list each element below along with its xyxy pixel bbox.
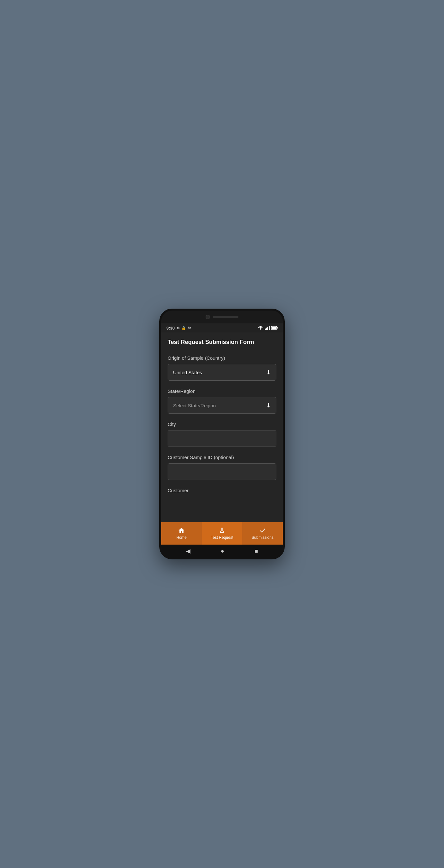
status-bar: 3:30 ⊕ 🔒 ↻ (161, 323, 283, 333)
signal-icon (265, 326, 270, 330)
form-body: Origin of Sample (Country) United States… (161, 349, 283, 500)
country-dropdown[interactable]: United States ⬇ (168, 364, 276, 381)
status-left: 3:30 ⊕ 🔒 ↻ (166, 326, 191, 331)
chevron-down-icon-2: ⬇ (266, 402, 271, 409)
sample-id-label: Customer Sample ID (optional) (168, 455, 276, 460)
app-content: Test Request Submission Form Origin of S… (161, 333, 283, 535)
sync-icon: ↻ (188, 326, 191, 330)
recent-button[interactable]: ■ (255, 548, 258, 555)
lock-icon: 🔒 (181, 326, 186, 330)
sample-id-input[interactable] (168, 463, 276, 480)
status-time: 3:30 (166, 326, 175, 331)
nav-item-home-label: Home (176, 535, 187, 540)
app-title: Test Request Submission Form (168, 339, 276, 346)
nav-item-test-request-label: Test Request (211, 535, 233, 540)
nav-item-submissions[interactable]: Submissions (242, 522, 283, 545)
home-icon (178, 527, 185, 534)
svg-rect-2 (277, 327, 278, 329)
flask-icon (218, 527, 226, 534)
form-group-city: City (168, 422, 276, 447)
app-header: Test Request Submission Form (161, 333, 283, 349)
bottom-nav: Home Test Request Submissions (161, 522, 283, 545)
state-label: State/Region (168, 389, 276, 394)
home-button[interactable]: ● (221, 548, 224, 555)
customer-label: Customer (168, 487, 188, 493)
city-input[interactable] (168, 430, 276, 447)
speaker (213, 316, 238, 318)
battery-icon (271, 326, 278, 330)
nav-item-test-request[interactable]: Test Request (202, 522, 242, 545)
country-dropdown-value: United States (173, 370, 202, 375)
state-dropdown[interactable]: Select State/Region ⬇ (168, 397, 276, 414)
phone-notch (161, 311, 283, 323)
svg-rect-1 (272, 327, 276, 329)
form-group-country: Origin of Sample (Country) United States… (168, 355, 276, 381)
form-group-sample-id: Customer Sample ID (optional) (168, 455, 276, 480)
status-right (258, 326, 278, 330)
state-dropdown-placeholder: Select State/Region (173, 403, 216, 408)
chevron-down-icon: ⬇ (266, 369, 271, 376)
check-icon (259, 527, 266, 534)
back-button[interactable]: ◀ (186, 548, 190, 555)
nav-item-home[interactable]: Home (161, 522, 202, 545)
phone-frame: 3:30 ⊕ 🔒 ↻ (159, 309, 285, 559)
nav-item-submissions-label: Submissions (251, 535, 273, 540)
country-label: Origin of Sample (Country) (168, 355, 276, 361)
alpha-icon: ⊕ (177, 326, 180, 330)
wifi-icon (258, 326, 263, 330)
form-group-state: State/Region Select State/Region ⬇ (168, 389, 276, 414)
customer-section: Customer (168, 488, 276, 494)
phone-bottom-bar: ◀ ● ■ (161, 545, 283, 557)
camera-icon (206, 315, 210, 319)
city-label: City (168, 422, 276, 427)
